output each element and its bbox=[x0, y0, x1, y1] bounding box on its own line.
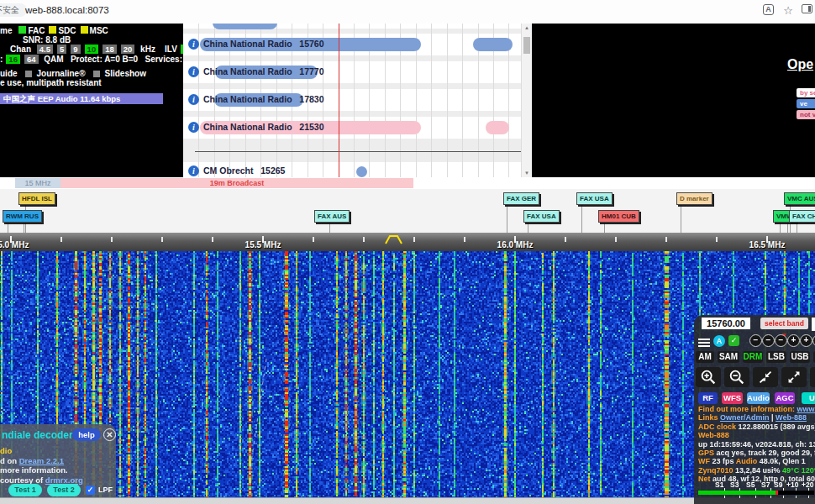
band-chip-15mhz[interactable]: 15 MHz bbox=[15, 178, 60, 188]
station-flag[interactable]: RWM RUS bbox=[3, 210, 42, 223]
station-flag[interactable]: FAX USA bbox=[523, 210, 560, 223]
status-led bbox=[81, 26, 88, 34]
help-button[interactable]: help bbox=[72, 428, 101, 441]
media-checkbox[interactable] bbox=[25, 71, 32, 77]
station-flag[interactable]: FAX GER bbox=[503, 192, 539, 205]
minor-tick bbox=[212, 237, 213, 242]
s-meter-level bbox=[698, 491, 776, 495]
test-button[interactable]: Test 1 bbox=[8, 484, 42, 496]
station-flag[interactable]: HM01 CUB bbox=[598, 210, 639, 223]
schedule-scrollbar[interactable]: ▲▼ bbox=[521, 24, 532, 177]
schedule-broadcast-bar[interactable] bbox=[213, 24, 277, 29]
scrollbar-thumb[interactable] bbox=[523, 37, 530, 54]
overlay-heading[interactable]: Ope bbox=[787, 57, 813, 72]
minor-tick bbox=[464, 237, 465, 242]
mode-button-sam[interactable]: SAM bbox=[718, 351, 739, 363]
info-icon[interactable]: i bbox=[188, 94, 199, 105]
flag-connector-line bbox=[681, 203, 681, 233]
page-scroll-icon[interactable] bbox=[810, 367, 815, 387]
zoom-in-button[interactable] bbox=[696, 367, 721, 387]
zoom-out-step-button[interactable]: − bbox=[775, 334, 787, 347]
schedule-station-label[interactable]: CM Obrecht 15265 bbox=[203, 165, 285, 176]
secondary-input-stub[interactable] bbox=[812, 318, 815, 331]
mode-button-drm[interactable]: DRM bbox=[743, 351, 763, 363]
station-flag[interactable]: VMC AUS bbox=[784, 192, 815, 205]
station-flag[interactable]: D marker bbox=[676, 192, 712, 205]
s-meter-scale-label: S7 bbox=[761, 480, 770, 489]
station-flag[interactable]: FAX CHN bbox=[789, 210, 815, 223]
mode-button-usb[interactable]: USB bbox=[790, 351, 810, 363]
drm-robustness: e use, multipath resistant bbox=[0, 78, 102, 87]
frequency-input[interactable] bbox=[702, 318, 750, 329]
station-flag[interactable]: FAX USA bbox=[576, 192, 613, 205]
star-icon[interactable]: ☆ bbox=[781, 4, 795, 17]
close-icon[interactable]: ✕ bbox=[103, 428, 116, 441]
mode-button-am[interactable]: AM bbox=[696, 351, 714, 363]
info-icon[interactable]: i bbox=[188, 39, 199, 50]
drm-status-panel: me FACSDCMSC SNR: 8.8 dB Chan 4.55910182… bbox=[0, 24, 183, 177]
schedule-broadcast-bar[interactable] bbox=[356, 166, 367, 177]
link[interactable]: Web-888 bbox=[776, 413, 807, 422]
zoom-in-step-button[interactable]: + bbox=[787, 334, 800, 347]
zoom-in-step-button[interactable]: + bbox=[800, 334, 812, 347]
security-badge[interactable]: 不安全 bbox=[0, 3, 27, 17]
info-icon[interactable]: i bbox=[188, 165, 199, 176]
link[interactable]: www.rx- bbox=[797, 405, 815, 413]
translate-icon[interactable]: A bbox=[763, 4, 774, 15]
frequency-scale[interactable]: 15.0 MHz15.5 MHz16.0 MHz16.5 MHz bbox=[0, 233, 815, 251]
station-flag[interactable]: FAX AUS bbox=[314, 210, 350, 223]
schedule-broadcast-bar[interactable] bbox=[473, 38, 513, 51]
scroll-down-icon[interactable]: ▼ bbox=[522, 171, 532, 176]
zoom-to-band-icon[interactable] bbox=[753, 367, 778, 387]
lpf-checkbox[interactable]: ✓ bbox=[86, 486, 95, 495]
link[interactable]: Dream 2.2.1 bbox=[19, 456, 64, 465]
zoom-out-max-icon[interactable] bbox=[781, 367, 807, 387]
schedule-station-label[interactable]: China National Radio 15760 bbox=[203, 39, 324, 49]
s-meter-tick bbox=[796, 488, 797, 491]
text-segment: courtesy of bbox=[0, 475, 45, 485]
panel-tab-audio[interactable]: Audio bbox=[747, 392, 770, 404]
drm-snr: SNR: 8.8 dB bbox=[23, 35, 71, 45]
info-line: Links Owner/Admin | Web-888 bbox=[698, 413, 815, 422]
param-box: 18 bbox=[103, 45, 117, 54]
param-box: 4.5 bbox=[37, 45, 53, 54]
schedule-station-label[interactable]: China National Radio 17830 bbox=[203, 94, 324, 104]
minor-tick bbox=[565, 237, 566, 242]
panel-tab-rf[interactable]: RF bbox=[698, 392, 718, 404]
s-meter-tick bbox=[724, 488, 725, 491]
zoom-out-step-button[interactable]: − bbox=[749, 334, 762, 347]
zoom-out-button[interactable] bbox=[724, 367, 749, 387]
side-panel-icon[interactable] bbox=[802, 4, 812, 13]
band-select-dropdown[interactable]: select band ▼ bbox=[760, 318, 808, 329]
schedule-station-label[interactable]: China National Radio 21530 bbox=[203, 122, 324, 132]
zoom-out-step-button[interactable]: − bbox=[762, 334, 775, 347]
link[interactable]: drmrx.org bbox=[45, 475, 83, 485]
panel-tab-agc[interactable]: AGC bbox=[775, 392, 795, 404]
scroll-up-icon[interactable]: ▲ bbox=[522, 25, 532, 30]
check-button[interactable]: ✓ bbox=[728, 335, 739, 346]
schedule-grid-line bbox=[462, 24, 463, 177]
mode-button-lsb[interactable]: LSB bbox=[766, 351, 786, 363]
media-label: Slideshow bbox=[105, 69, 146, 78]
passband-icon[interactable] bbox=[385, 234, 403, 245]
schedule-station-label[interactable]: China National Radio 17770 bbox=[203, 66, 324, 76]
address-bar[interactable]: web-888.local:8073 bbox=[25, 5, 109, 15]
waterfall-display[interactable] bbox=[0, 251, 815, 497]
a-button[interactable]: A bbox=[713, 335, 725, 347]
overlay-legend-chip: ve bbox=[797, 99, 815, 108]
schedule-broadcast-bar[interactable] bbox=[486, 121, 509, 134]
station-flag[interactable]: HFDL ISL bbox=[18, 192, 55, 205]
panel-tab-wfs[interactable]: WFS bbox=[722, 392, 743, 404]
menu-icon[interactable] bbox=[698, 337, 710, 349]
band-19m-broadcast[interactable]: 19m Broadcast bbox=[60, 178, 413, 188]
s-meter-scale-label: S9 bbox=[774, 480, 782, 489]
decoder-popup-line: more information. bbox=[0, 465, 68, 475]
panel-tab-us[interactable]: Us bbox=[802, 392, 815, 404]
info-icon[interactable]: i bbox=[188, 66, 199, 77]
info-icon[interactable]: i bbox=[188, 122, 199, 133]
frequency-label: 16.5 MHz bbox=[742, 240, 792, 249]
test-button[interactable]: Test 2 bbox=[47, 484, 81, 496]
text-segment: up 1d:15:59:46, v2024.818, ch: 13 bbox=[698, 440, 815, 449]
media-checkbox[interactable] bbox=[93, 71, 100, 77]
link[interactable]: Owner/Admin bbox=[720, 413, 770, 422]
